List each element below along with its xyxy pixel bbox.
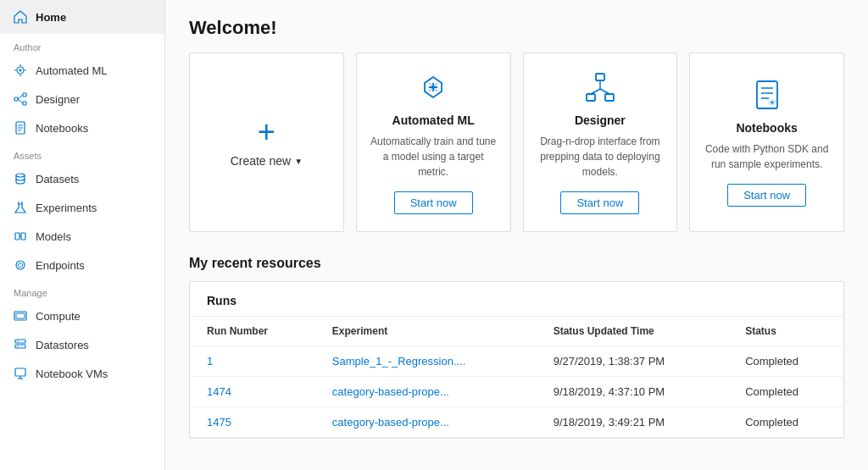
sidebar-item-designer[interactable]: Designer [0, 85, 164, 113]
cell-status: Completed [728, 346, 843, 377]
svg-rect-27 [587, 94, 595, 101]
notebook-vms-icon [14, 367, 27, 380]
svg-rect-14 [21, 233, 25, 240]
svg-rect-4 [23, 102, 26, 105]
svg-rect-13 [15, 233, 19, 240]
sidebar-item-label: Experiments [36, 202, 97, 214]
sidebar-item-label: Endpoints [36, 259, 85, 272]
designer-card-desc: Drag-n-drop interface from prepping data… [537, 134, 664, 180]
automated-ml-card-desc: Automatically train and tune a model usi… [370, 134, 497, 180]
svg-line-5 [18, 95, 23, 99]
sidebar-home-label: Home [36, 11, 66, 24]
datastores-icon [14, 338, 27, 351]
create-new-card[interactable]: + Create new ▼ [189, 53, 344, 232]
run-number-link[interactable]: 1 [207, 355, 213, 368]
experiment-link[interactable]: category-based-prope... [332, 416, 449, 429]
experiment-link[interactable]: category-based-prope... [332, 385, 449, 398]
table-row: 1475category-based-prope...9/18/2019, 3:… [190, 407, 843, 438]
svg-rect-20 [15, 345, 25, 348]
endpoints-icon [14, 258, 27, 272]
home-icon [14, 10, 27, 24]
runs-table: Run Number Experiment Status Updated Tim… [190, 317, 843, 438]
sidebar-item-label: Automated ML [36, 64, 108, 77]
automated-ml-card-icon [416, 70, 450, 107]
svg-rect-19 [15, 340, 25, 343]
sidebar-item-notebooks[interactable]: Notebooks [0, 113, 164, 142]
designer-start-button[interactable]: Start now [560, 191, 639, 214]
sidebar-section-manage: Manage [0, 279, 164, 301]
sidebar-item-label: Datasets [36, 173, 79, 185]
cell-experiment[interactable]: category-based-prope... [315, 407, 537, 438]
sidebar-item-endpoints[interactable]: Endpoints [0, 251, 164, 279]
svg-line-30 [591, 89, 600, 94]
recent-resources-title: My recent resources [189, 256, 844, 271]
table-row: 1474category-based-prope...9/18/2019, 4:… [190, 377, 843, 407]
notebooks-card-icon [750, 78, 784, 114]
sidebar-item-label: Notebooks [36, 122, 88, 135]
sidebar: Home Author Automated ML Designer Notebo… [0, 0, 165, 470]
run-number-link[interactable]: 1475 [207, 416, 231, 429]
sidebar-item-label: Models [36, 230, 71, 243]
notebooks-start-button[interactable]: Start now [727, 184, 806, 207]
svg-line-6 [18, 99, 23, 103]
notebooks-card-desc: Code with Python SDK and run sample expe… [704, 141, 830, 172]
plus-icon: + [258, 117, 275, 147]
designer-card-icon [583, 70, 617, 107]
sidebar-item-automated-ml[interactable]: Automated ML [0, 56, 164, 85]
create-new-inner: + Create new ▼ [231, 117, 303, 168]
cell-status: Completed [728, 377, 843, 407]
col-status: Status [728, 317, 843, 346]
experiments-icon [14, 201, 27, 214]
svg-line-31 [600, 89, 609, 94]
create-new-label[interactable]: Create new ▼ [231, 154, 303, 168]
cell-run-number[interactable]: 1475 [190, 407, 315, 438]
cell-run-number[interactable]: 1 [190, 346, 315, 377]
compute-icon [14, 309, 27, 323]
main-content: Welcome! + Create new ▼ Automated ML [165, 0, 868, 470]
svg-point-1 [19, 69, 22, 72]
cell-status-time: 9/18/2019, 4:37:10 PM [537, 377, 728, 407]
col-status-updated-time: Status Updated Time [537, 317, 728, 346]
sidebar-item-label: Datastores [36, 339, 89, 351]
cell-status: Completed [728, 407, 843, 438]
notebooks-icon [14, 121, 27, 135]
experiment-link[interactable]: Sample_1_-_Regression.... [332, 355, 466, 368]
chevron-down-icon: ▼ [294, 157, 303, 166]
sidebar-item-models[interactable]: Models [0, 222, 164, 251]
cards-row: + Create new ▼ Automated ML Automaticall… [189, 53, 844, 232]
sidebar-item-compute[interactable]: Compute [0, 301, 164, 330]
table-header-row: Run Number Experiment Status Updated Tim… [190, 317, 843, 346]
sidebar-item-notebook-vms[interactable]: Notebook VMs [0, 359, 164, 388]
sidebar-item-datasets[interactable]: Datasets [0, 164, 164, 193]
runs-label: Runs [190, 282, 843, 317]
svg-rect-23 [15, 368, 25, 376]
svg-rect-28 [605, 94, 614, 101]
col-experiment: Experiment [315, 317, 537, 346]
recent-resources-table-container: Runs Run Number Experiment Status Update… [189, 281, 844, 439]
automated-ml-start-button[interactable]: Start now [394, 191, 473, 214]
cell-experiment[interactable]: Sample_1_-_Regression.... [315, 346, 537, 377]
designer-card-title: Designer [575, 113, 626, 127]
sidebar-home[interactable]: Home [0, 0, 164, 34]
svg-rect-18 [16, 313, 25, 318]
cell-run-number[interactable]: 1474 [190, 377, 315, 407]
col-run-number: Run Number [190, 317, 315, 346]
sidebar-item-label: Designer [36, 93, 80, 106]
svg-rect-3 [23, 93, 26, 97]
page-title: Welcome! [189, 17, 844, 39]
cell-experiment[interactable]: category-based-prope... [315, 377, 537, 407]
sidebar-section-author: Author [0, 34, 164, 56]
svg-rect-26 [596, 74, 604, 80]
models-icon [14, 229, 27, 243]
cell-status-time: 9/27/2019, 1:38:37 PM [537, 346, 728, 377]
sidebar-item-label: Compute [36, 310, 81, 323]
run-number-link[interactable]: 1474 [207, 385, 231, 398]
sidebar-item-experiments[interactable]: Experiments [0, 193, 164, 222]
sidebar-item-label: Notebook VMs [36, 368, 108, 380]
sidebar-section-assets: Assets [0, 142, 164, 164]
sidebar-item-datastores[interactable]: Datastores [0, 330, 164, 359]
designer-icon [14, 92, 27, 106]
automated-ml-card: Automated ML Automatically train and tun… [356, 53, 511, 232]
designer-card: Designer Drag-n-drop interface from prep… [523, 53, 678, 232]
notebooks-card-title: Notebooks [736, 121, 797, 135]
